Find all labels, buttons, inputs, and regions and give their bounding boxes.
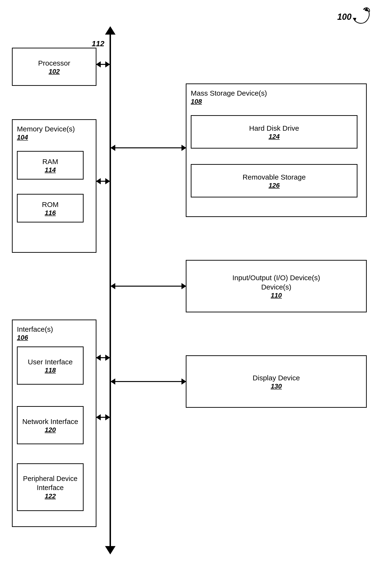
removable-storage-box: Removable Storage 126 — [191, 164, 357, 197]
mass-storage-ref: 108 — [191, 98, 202, 105]
mass-storage-arrow — [111, 147, 186, 148]
memory-devices-ref: 104 — [17, 134, 28, 141]
memory-arrow — [97, 181, 110, 182]
processor-label: Processor — [38, 59, 70, 68]
io-devices-ref: 110 — [271, 292, 282, 299]
memory-devices-box: Memory Device(s) 104 RAM 114 ROM 116 — [12, 119, 97, 253]
network-interface-box: Network Interface 120 — [17, 406, 84, 444]
user-interface-arrow — [97, 357, 110, 358]
user-interface-box: User Interface 118 — [17, 346, 84, 385]
interfaces-ref: 106 — [17, 334, 28, 341]
io-devices-label: Input/Output (I/O) Device(s) — [232, 273, 320, 282]
interfaces-label: Interface(s) — [17, 325, 53, 333]
svg-marker-0 — [353, 18, 356, 21]
display-device-box: Display Device 130 — [186, 355, 367, 408]
processor-arrow — [97, 64, 110, 65]
rom-box: ROM 116 — [17, 194, 84, 223]
bus-arrow-bottom — [105, 546, 115, 554]
ram-box: RAM 114 — [17, 151, 84, 179]
interfaces-box: Interface(s) 106 User Interface 118 Netw… — [12, 319, 97, 527]
display-arrow — [111, 381, 186, 382]
io-arrow — [111, 286, 186, 287]
processor-box: Processor 102 — [12, 48, 97, 86]
io-devices-box: Input/Output (I/O) Device(s) Device(s) 1… — [186, 260, 367, 312]
peripheral-interface-box: Peripheral Device Interface 122 — [17, 463, 84, 511]
bus-label: 112 — [92, 39, 104, 48]
hard-disk-label: Hard Disk Drive — [249, 123, 299, 133]
ref-100-label: 100 — [337, 12, 351, 22]
diagram: 100 112 Processor 102 Memory Device(s) 1… — [0, 0, 392, 568]
hard-disk-box: Hard Disk Drive 124 — [191, 115, 357, 149]
ram-ref: 114 — [45, 166, 56, 174]
mass-storage-label: Mass Storage Device(s) — [191, 89, 267, 97]
network-interface-label: Network Interface — [22, 417, 78, 426]
removable-storage-ref: 126 — [269, 182, 280, 189]
io-devices-label2: Device(s) — [261, 282, 292, 292]
ram-label: RAM — [42, 157, 58, 166]
processor-ref: 102 — [49, 68, 60, 75]
bus-arrow-top — [105, 26, 115, 35]
removable-storage-label: Removable Storage — [242, 172, 306, 182]
display-device-ref: 130 — [271, 383, 282, 390]
peripheral-interface-ref: 122 — [45, 493, 56, 500]
memory-devices-label: Memory Device(s) — [17, 125, 75, 133]
hard-disk-ref: 124 — [269, 133, 280, 140]
rom-label: ROM — [42, 200, 59, 209]
network-interface-ref: 120 — [45, 426, 56, 434]
network-interface-arrow — [97, 417, 110, 418]
peripheral-interface-label: Peripheral Device Interface — [18, 474, 83, 492]
rom-ref: 116 — [45, 209, 56, 217]
mass-storage-box: Mass Storage Device(s) 108 Hard Disk Dri… — [186, 83, 367, 217]
user-interface-ref: 118 — [45, 367, 56, 374]
user-interface-label: User Interface — [28, 357, 73, 367]
display-device-label: Display Device — [253, 373, 300, 383]
